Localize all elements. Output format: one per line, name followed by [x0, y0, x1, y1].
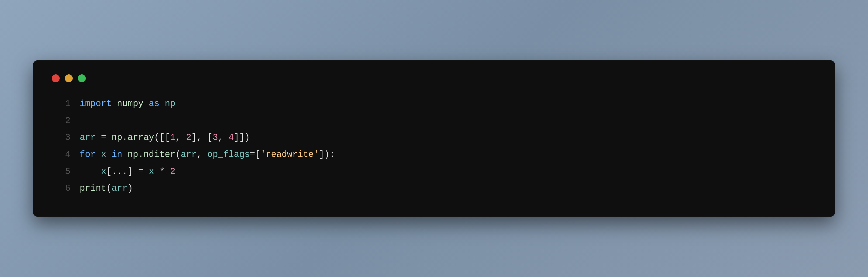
token	[80, 166, 101, 177]
close-button[interactable]	[52, 74, 60, 82]
token: in	[112, 150, 122, 159]
token: for	[80, 150, 96, 159]
token: 4	[229, 132, 234, 143]
code-line: 5 x[...] = x * 2	[56, 164, 816, 179]
line-content: for x in np.nditer(arr, op_flags=['readw…	[80, 147, 335, 162]
code-line: 3arr = np.array([[1, 2], [3, 4]])	[56, 130, 816, 145]
token: 2	[186, 132, 191, 143]
line-number: 5	[56, 164, 70, 179]
token: )	[127, 183, 133, 193]
code-line: 6print(arr)	[56, 181, 816, 196]
token: =	[96, 132, 112, 143]
token: ,	[176, 132, 186, 143]
line-content: x[...] = x * 2	[80, 164, 176, 179]
token: arr	[181, 150, 196, 159]
token: =[	[250, 150, 260, 159]
token: =	[133, 166, 149, 177]
token: (	[176, 150, 181, 159]
line-number: 3	[56, 130, 70, 145]
code-editor[interactable]: 1import numpy as np23arr = np.array([[1,…	[52, 96, 816, 196]
token: numpy	[117, 99, 144, 109]
code-line: 1import numpy as np	[56, 96, 816, 112]
token: ,	[218, 132, 229, 143]
token: print	[80, 183, 106, 193]
minimize-button[interactable]	[65, 74, 73, 82]
token	[122, 150, 127, 159]
token	[106, 150, 112, 159]
token	[112, 99, 117, 109]
token: op_flags	[207, 150, 250, 159]
token: import	[80, 99, 112, 109]
token: 2	[170, 166, 176, 177]
token: arr	[80, 132, 96, 143]
token: x	[149, 166, 154, 177]
token	[96, 150, 101, 159]
line-number: 4	[56, 147, 70, 162]
code-line: 2	[56, 113, 816, 128]
token: as	[149, 99, 159, 109]
token: (	[106, 183, 112, 193]
token	[159, 99, 165, 109]
token: x	[101, 150, 106, 159]
line-number: 1	[56, 96, 70, 112]
line-content: arr = np.array([[1, 2], [3, 4]])	[80, 130, 250, 145]
token: *	[154, 166, 170, 177]
token	[144, 99, 149, 109]
line-content: import numpy as np	[80, 96, 176, 112]
code-line: 4for x in np.nditer(arr, op_flags=['read…	[56, 147, 816, 162]
token: 'readwrite'	[260, 150, 319, 159]
token: np.nditer	[127, 150, 175, 159]
token: ([[	[154, 132, 170, 143]
token: 1	[170, 132, 176, 143]
token: ], [	[191, 132, 213, 143]
code-window: 1import numpy as np23arr = np.array([[1,…	[33, 60, 835, 217]
token: np	[165, 99, 176, 109]
token: ,	[197, 150, 208, 159]
token: [...]	[106, 166, 133, 177]
line-content: print(arr)	[80, 181, 133, 196]
title-bar	[52, 74, 816, 82]
line-number: 6	[56, 181, 70, 196]
line-number: 2	[56, 113, 70, 128]
token: 3	[213, 132, 218, 143]
maximize-button[interactable]	[78, 74, 86, 82]
token: x	[101, 166, 106, 177]
token: ]):	[319, 150, 335, 159]
token: np.array	[112, 132, 154, 143]
token: arr	[112, 183, 127, 193]
token: ]])	[234, 132, 250, 143]
